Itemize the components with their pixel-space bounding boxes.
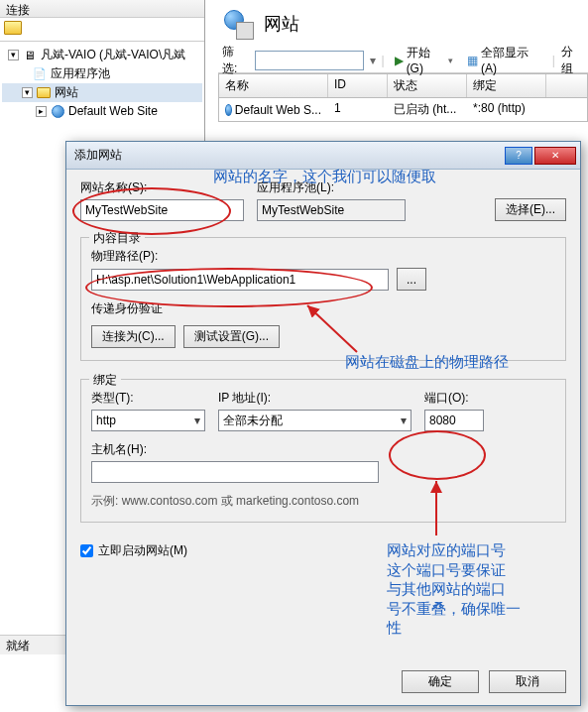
cancel-button[interactable]: 取消 [489,670,566,693]
dialog-titlebar[interactable]: 添加网站 ? ✕ [66,142,580,170]
table-row[interactable]: Default Web S... 1 已启动 (ht... *:80 (http… [219,98,587,121]
grid-header: 名称 ID 状态 绑定 [219,74,587,98]
select-apppool-button[interactable]: 选择(E)... [495,198,566,221]
sites-grid: 名称 ID 状态 绑定 Default Web S... 1 已启动 (ht..… [218,73,588,122]
physicalpath-label: 物理路径(P): [91,248,555,265]
binding-legend: 绑定 [89,372,121,389]
play-icon: ▶ [395,54,404,67]
collapse-icon[interactable]: ▾ [8,50,19,60]
browse-button[interactable]: ... [397,268,426,291]
globe-icon [50,103,65,119]
tree-apppools-node[interactable]: 应用程序池 [2,64,202,83]
server-icon [22,48,38,63]
tree-label: 网站 [55,84,78,101]
add-site-dialog: 添加网站 ? ✕ 网站名称(S): 应用程序池(L): 选择(E)... 内容目… [65,141,581,706]
group-label[interactable]: 分组 [561,44,584,77]
contentdir-legend: 内容目录 [89,230,145,247]
sitename-label: 网站名称(S): [80,179,249,196]
globe-icon [225,104,232,116]
passthrough-label: 传递身份验证 [91,300,555,317]
showall-button[interactable]: ▦ 全部显示(A) [463,43,546,77]
dialog-title: 添加网站 [74,147,505,164]
help-button[interactable]: ? [505,147,532,165]
connections-tree: ▾ 凡斌-VAIO (凡斌-VAIO\凡斌 应用程序池 ▾ 网站 ▸ Defau… [0,42,204,124]
host-label: 主机名(H): [91,441,555,458]
start-immediately-label: 立即启动网站(M) [98,542,187,559]
col-name[interactable]: 名称 [219,74,328,97]
folder-icon[interactable] [4,21,22,35]
main-area: 网站 筛选: ▾ | ▶ 开始(G) ▾ ▦ 全部显示(A) | 分组 名称 I… [218,0,588,122]
col-bind[interactable]: 绑定 [467,74,546,97]
host-input[interactable] [91,461,379,483]
col-status[interactable]: 状态 [388,74,467,97]
col-id[interactable]: ID [328,74,388,97]
port-label: 端口(O): [424,390,494,407]
tree-defaultsite-node[interactable]: ▸ Default Web Site [2,102,202,120]
connectas-button[interactable]: 连接为(C)... [91,325,176,348]
connections-header: 连接 [0,0,204,18]
tree-label: 应用程序池 [51,65,110,82]
ip-combo[interactable]: 全部未分配 [218,410,412,431]
ip-label: IP 地址(I): [218,390,416,407]
tree-server-node[interactable]: ▾ 凡斌-VAIO (凡斌-VAIO\凡斌 [2,46,202,64]
tree-label: Default Web Site [68,104,158,118]
close-button[interactable]: ✕ [534,147,576,165]
showall-icon: ▦ [467,54,478,67]
filter-input[interactable] [255,51,364,70]
tree-label: 凡斌-VAIO (凡斌-VAIO\凡斌 [41,47,185,63]
testsettings-button[interactable]: 测试设置(G)... [183,325,280,348]
host-example: 示例: www.contoso.com 或 marketing.contoso.… [91,493,555,510]
tree-sites-node[interactable]: ▾ 网站 [2,83,202,102]
apppool-label: 应用程序池(L): [257,179,487,196]
port-input[interactable] [424,410,484,431]
connections-toolbar [0,18,204,42]
physicalpath-input[interactable] [91,269,389,291]
filter-label: 筛选: [222,44,249,77]
collapse-icon[interactable]: ▾ [22,87,33,98]
sites-folder-icon [36,85,52,101]
type-combo[interactable]: http [91,410,205,431]
ok-button[interactable]: 确定 [402,670,479,693]
apppool-input [257,199,406,221]
expand-icon[interactable]: ▸ [36,106,47,117]
start-button[interactable]: ▶ 开始(G) ▾ [391,43,457,77]
apppool-icon [32,66,48,82]
start-immediately-checkbox[interactable] [80,544,93,557]
sites-page-icon [222,8,254,40]
sitename-input[interactable] [80,199,244,221]
page-title: 网站 [264,12,299,36]
type-label: 类型(T): [91,390,210,407]
